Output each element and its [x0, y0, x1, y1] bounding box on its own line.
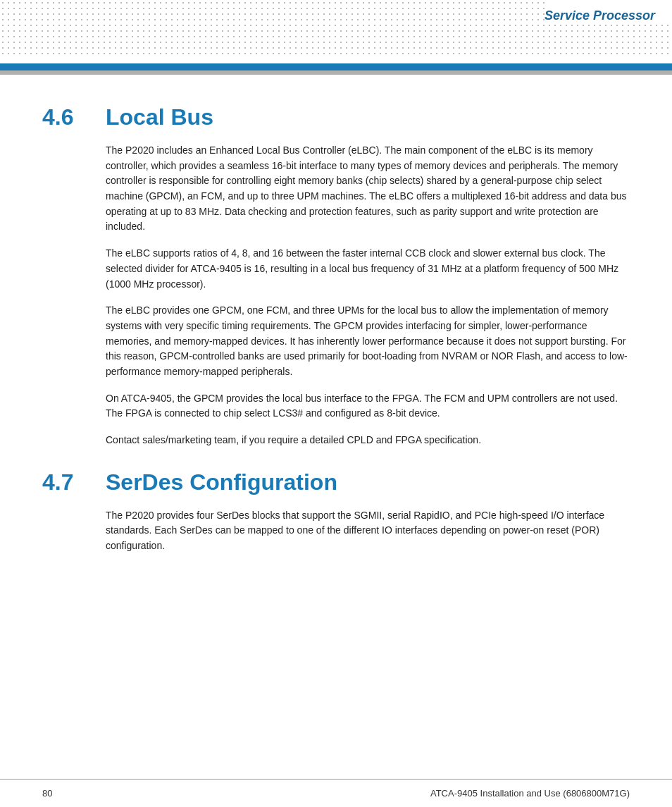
- footer: 80 ATCA-9405 Installation and Use (68068…: [0, 779, 672, 807]
- section-46-title: Local Bus: [106, 104, 213, 130]
- section-46-para-5: Contact sales/marketing team, if you req…: [106, 433, 630, 448]
- section-46-para-3: The eLBC provides one GPCM, one FCM, and…: [106, 303, 630, 379]
- gray-bar: [0, 70, 672, 75]
- footer-doc-title: ATCA-9405 Installation and Use (6806800M…: [430, 788, 630, 799]
- footer-page-number: 80: [42, 788, 52, 799]
- main-content: 4.6 Local Bus The P2020 includes an Enha…: [0, 76, 672, 608]
- section-46-heading: 4.6 Local Bus: [42, 104, 630, 130]
- header-title-area: Service Processor: [545, 0, 672, 23]
- section-46-para-2: The eLBC supports ratios of 4, 8, and 16…: [106, 246, 630, 292]
- section-46-number: 4.6: [42, 104, 99, 130]
- header-title: Service Processor: [545, 8, 655, 23]
- section-47-title: SerDes Configuration: [106, 469, 337, 495]
- section-47-number: 4.7: [42, 469, 99, 495]
- header: Service Processor: [0, 0, 672, 63]
- section-47-para-1: The P2020 provides four SerDes blocks th…: [106, 508, 630, 554]
- section-47-heading: 4.7 SerDes Configuration: [42, 469, 630, 495]
- blue-bar: [0, 63, 672, 70]
- section-46-para-1: The P2020 includes an Enhanced Local Bus…: [106, 143, 630, 235]
- section-46-para-4: On ATCA-9405, the GPCM provides the loca…: [106, 391, 630, 421]
